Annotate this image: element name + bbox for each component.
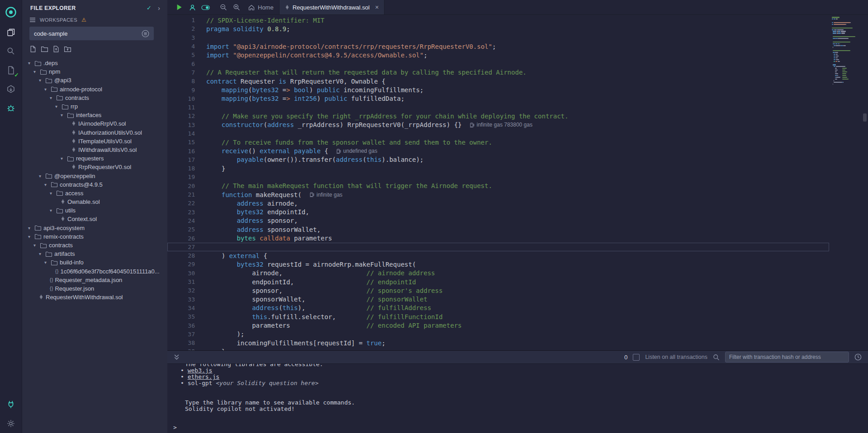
zoom-in-icon[interactable] <box>230 0 243 14</box>
tree-item[interactable]: ▾contracts <box>22 241 167 249</box>
tree-item[interactable]: RrpRequesterV0.sol <box>22 163 167 171</box>
tree-item[interactable]: ▾.deps <box>22 59 167 67</box>
code-line[interactable]: 13 constructor(address _rrpAddress) RrpR… <box>167 121 829 129</box>
code-line[interactable]: 7// A Requester that will return the req… <box>167 68 829 77</box>
code-line[interactable]: 3 <box>167 33 829 42</box>
toggle-switch-icon[interactable] <box>199 0 212 14</box>
library-link[interactable]: web3.js <box>188 367 213 374</box>
tree-item[interactable]: ▾contracts <box>22 94 167 102</box>
code-line[interactable]: 32 sponsor, // sponsor's address <box>167 286 829 295</box>
code-line[interactable]: 31 endpointId, // endpointId <box>167 278 829 286</box>
tree-item[interactable]: ▾interfaces <box>22 111 167 119</box>
scrollbar-thumb[interactable] <box>863 113 867 122</box>
tree-item[interactable]: RequesterWithWithdrawal.sol <box>22 293 167 301</box>
code-line[interactable]: 38 incomingFulfillments[requestId] = tru… <box>167 339 829 347</box>
new-file-icon[interactable] <box>30 46 36 52</box>
code-line[interactable]: 25 address sponsorWallet, <box>167 225 829 234</box>
code-line[interactable]: 6 <box>167 59 829 68</box>
tree-item[interactable]: ▾access <box>22 189 167 198</box>
tree-item[interactable]: { }Requester.json <box>22 284 167 293</box>
zoom-out-icon[interactable] <box>217 0 230 14</box>
tab-requester-with-withdrawal[interactable]: RequesterWithWithdrawal.sol × <box>280 0 385 14</box>
new-folder-icon[interactable] <box>41 46 48 52</box>
listen-checkbox[interactable] <box>633 354 640 361</box>
tree-item[interactable]: { }Requester_metadata.json <box>22 276 167 284</box>
upload-file-icon[interactable] <box>53 46 59 52</box>
warning-icon[interactable]: ⚠ <box>81 17 86 23</box>
code-line[interactable]: 16 receive() external payable {undefined… <box>167 146 829 155</box>
code-line[interactable]: 8contract Requester is RrpRequesterV0, O… <box>167 77 829 85</box>
code-line[interactable]: 18 } <box>167 164 829 173</box>
code-line[interactable]: 4import "@api3/airnode-protocol/contract… <box>167 42 829 51</box>
upload-folder-icon[interactable] <box>64 46 71 52</box>
code-area[interactable]: 1// SPDX-License-Identifier: MIT2pragma … <box>167 15 829 350</box>
code-line[interactable]: 14 <box>167 129 829 138</box>
library-link[interactable]: ethers.js <box>188 373 219 380</box>
close-icon[interactable]: × <box>375 4 379 11</box>
code-line[interactable]: 37 ); <box>167 330 829 339</box>
tree-item[interactable]: IWithdrawalUtilsV0.sol <box>22 146 167 154</box>
tree-item[interactable]: ▾airnode-protocol <box>22 85 167 94</box>
run-script-button[interactable] <box>173 0 186 14</box>
tree-item[interactable]: IAuthorizationUtilsV0.sol <box>22 128 167 137</box>
tree-item[interactable]: ▾contracts@4.9.5 <box>22 180 167 189</box>
editor-scrollbar[interactable] <box>862 15 868 350</box>
terminal-output[interactable]: The following libraries are accessible:•… <box>167 364 868 433</box>
remix-logo[interactable] <box>0 4 22 21</box>
code-line[interactable]: 17 payable(owner()).transfer(address(thi… <box>167 155 829 164</box>
code-line[interactable]: 2pragma solidity 0.8.9; <box>167 24 829 33</box>
code-line[interactable]: 27 <box>167 243 829 251</box>
code-line[interactable]: 28 ) external { <box>167 251 829 260</box>
tree-item[interactable]: IAirnodeRrpV0.sol <box>22 119 167 128</box>
tree-item[interactable]: ▾npm <box>22 67 167 76</box>
code-line[interactable]: 39 } <box>167 347 829 350</box>
tree-item[interactable]: ▾rrp <box>22 102 167 111</box>
code-line[interactable]: 36 parameters // encoded API parameters <box>167 321 829 329</box>
history-clock-icon[interactable] <box>854 353 862 361</box>
tree-item[interactable]: ▾build-info <box>22 258 167 267</box>
tree-item[interactable]: ▾@openzeppelin <box>22 171 167 180</box>
solidity-compiler-icon[interactable]: ✓ <box>0 61 22 80</box>
tab-home[interactable]: Home <box>243 0 280 14</box>
code-line[interactable]: 35 this.fulfill.selector, // fulfillFunc… <box>167 312 829 321</box>
code-line[interactable]: 12 // Make sure you specify the right _r… <box>167 112 829 120</box>
tree-item[interactable]: ▾api3-ecosystem <box>22 224 167 232</box>
code-line[interactable]: 33 sponsorWallet, // sponsorWallet <box>167 295 829 304</box>
settings-gear-icon[interactable] <box>0 414 22 433</box>
code-line[interactable]: 21 function makeRequest(infinite gas <box>167 190 829 199</box>
debugger-icon[interactable] <box>0 99 22 118</box>
search-icon[interactable] <box>0 42 22 61</box>
code-line[interactable]: 11 <box>167 103 829 112</box>
plugin-manager-icon[interactable] <box>0 395 22 414</box>
tree-item[interactable]: ▾@api3 <box>22 76 167 85</box>
code-line[interactable]: 26 bytes calldata parameters <box>167 234 829 242</box>
terminal-prompt[interactable]: > <box>173 424 177 431</box>
tree-item[interactable]: ▾requesters <box>22 154 167 163</box>
code-line[interactable]: 29 bytes32 requestId = airnodeRrp.makeFu… <box>167 260 829 268</box>
tree-item[interactable]: Context.sol <box>22 215 167 223</box>
search-icon[interactable] <box>713 354 720 361</box>
code-line[interactable]: 5import "@openzeppelin/contracts@4.9.5/a… <box>167 51 829 59</box>
code-line[interactable]: 9 mapping(bytes32 => bool) public incomi… <box>167 85 829 94</box>
code-line[interactable]: 24 address sponsor, <box>167 216 829 225</box>
menu-icon[interactable] <box>29 17 36 23</box>
workspace-options-icon[interactable] <box>142 30 149 38</box>
code-line[interactable]: 23 bytes32 endpointId, <box>167 208 829 216</box>
chevron-right-icon[interactable]: › <box>158 4 160 12</box>
code-line[interactable]: 30 airnode, // airnode address <box>167 269 829 278</box>
code-line[interactable]: 15 // To receive funds from the sponsor … <box>167 138 829 146</box>
tree-item[interactable]: ▾artifacts <box>22 249 167 258</box>
code-line[interactable]: 22 address airnode, <box>167 199 829 207</box>
tree-item[interactable]: { }1c06f6d06e3f7bccf640450151111a0... <box>22 267 167 276</box>
file-explorer-icon[interactable] <box>0 23 22 42</box>
tree-item[interactable]: ▾remix-contracts <box>22 232 167 241</box>
code-line[interactable]: 1// SPDX-License-Identifier: MIT <box>167 16 829 24</box>
tree-item[interactable]: Ownable.sol <box>22 198 167 206</box>
code-line[interactable]: 34 address(this), // fulfillAddress <box>167 304 829 312</box>
expand-terminal-icon[interactable] <box>174 354 180 360</box>
user-scan-icon[interactable] <box>186 0 199 14</box>
workspace-select[interactable]: code-sample <box>29 27 154 40</box>
code-line[interactable]: 10 mapping(bytes32 => int256) public ful… <box>167 94 829 103</box>
tree-item[interactable]: ITemplateUtilsV0.sol <box>22 137 167 146</box>
filter-input[interactable] <box>725 352 849 362</box>
